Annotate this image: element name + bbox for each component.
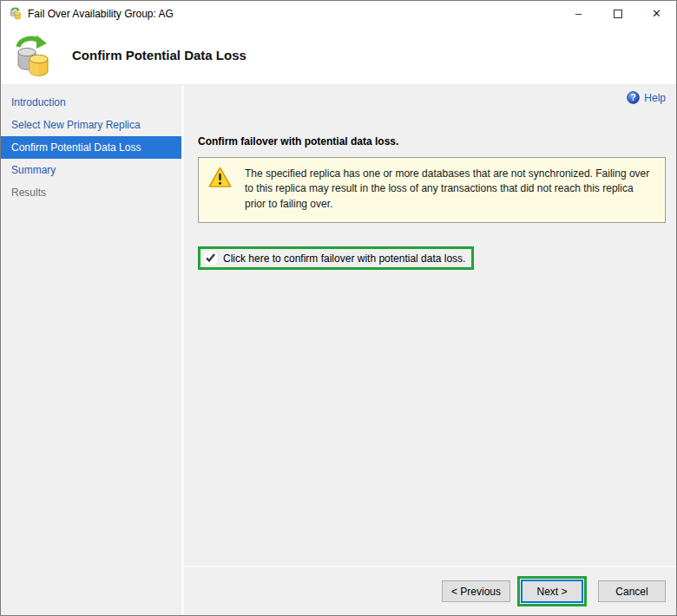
- wizard-header: Confirm Potential Data Loss: [1, 26, 676, 85]
- help-label: Help: [644, 92, 666, 104]
- next-button[interactable]: Next >: [521, 580, 583, 603]
- main-pane: ? Help Confirm failover with potential d…: [184, 85, 676, 615]
- availability-group-app-icon: [9, 7, 23, 21]
- title-bar: Fail Over Availability Group: AG – ✕: [1, 1, 676, 26]
- warning-triangle-icon: [208, 167, 232, 188]
- minimize-button[interactable]: –: [559, 1, 598, 26]
- help-link[interactable]: ? Help: [627, 91, 666, 104]
- sidebar-item-confirm-potential-data-loss[interactable]: Confirm Potential Data Loss: [1, 136, 181, 159]
- failover-database-icon: [11, 34, 55, 77]
- content-spacer: [198, 270, 666, 566]
- wizard-body: Introduction Select New Primary Replica …: [1, 85, 676, 615]
- page-title: Confirm Potential Data Loss: [72, 48, 246, 62]
- footer-button-bar: < Previous Next > Cancel: [184, 566, 676, 615]
- sidebar-item-select-new-primary-replica[interactable]: Select New Primary Replica: [1, 114, 181, 136]
- sidebar-item-introduction[interactable]: Introduction: [1, 91, 181, 114]
- previous-button[interactable]: < Previous: [442, 580, 510, 602]
- wizard-window: Fail Over Availability Group: AG – ✕ Con…: [0, 0, 677, 616]
- wizard-steps-sidebar: Introduction Select New Primary Replica …: [1, 85, 184, 615]
- sidebar-item-summary[interactable]: Summary: [1, 159, 181, 181]
- confirm-checkbox-annotation: Click here to confirm failover with pote…: [198, 246, 474, 270]
- maximize-icon: [614, 10, 622, 18]
- warning-message-box: The specified replica has one or more da…: [198, 157, 666, 223]
- confirm-data-loss-checkbox[interactable]: [204, 252, 217, 265]
- window-title: Fail Over Availability Group: AG: [28, 8, 174, 20]
- next-button-annotation: Next >: [517, 576, 587, 606]
- svg-text:?: ?: [631, 93, 636, 102]
- sidebar-item-results: Results: [1, 181, 181, 204]
- confirm-checkbox-label[interactable]: Click here to confirm failover with pote…: [223, 252, 465, 265]
- warning-text: The specified replica has one or more da…: [245, 167, 653, 212]
- help-icon: ?: [627, 91, 640, 104]
- close-button[interactable]: ✕: [637, 1, 676, 26]
- maximize-button[interactable]: [598, 1, 637, 26]
- confirm-heading: Confirm failover with potential data los…: [198, 135, 666, 147]
- cancel-button[interactable]: Cancel: [598, 580, 666, 602]
